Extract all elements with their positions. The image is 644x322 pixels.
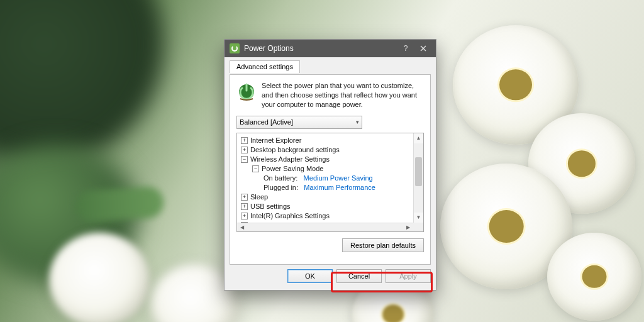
background-flower (49, 233, 150, 322)
tab-panel: Select the power plan that you want to c… (230, 74, 431, 265)
settings-tree: +Internet Explorer +Desktop background s… (236, 133, 424, 232)
background-flower (547, 233, 641, 321)
tab-advanced-settings[interactable]: Advanced settings (230, 60, 300, 73)
scrollbar-thumb[interactable] (415, 157, 422, 186)
tree-item[interactable]: Internet Explorer (250, 136, 301, 144)
setting-label: On battery: (264, 174, 297, 182)
power-plan-selected: Balanced [Active] (240, 118, 293, 126)
titlebar[interactable]: Power Options ? (225, 40, 436, 57)
expand-icon[interactable]: + (241, 137, 248, 144)
scroll-up-icon[interactable]: ▲ (414, 133, 423, 143)
power-options-icon (230, 43, 240, 53)
scroll-right-icon[interactable]: ▶ (403, 223, 413, 231)
close-button[interactable] (414, 40, 432, 57)
intro-row: Select the power plan that you want to c… (236, 81, 424, 109)
tabstrip: Advanced settings (225, 57, 436, 72)
on-battery-value[interactable]: Medium Power Saving (304, 174, 373, 182)
expand-icon[interactable]: + (241, 213, 248, 219)
restore-plan-defaults-button[interactable]: Restore plan defaults (342, 238, 424, 252)
ok-button[interactable]: OK (287, 269, 333, 283)
dialog-button-row: OK Cancel Apply (230, 267, 431, 285)
expand-icon[interactable]: + (241, 203, 248, 210)
tree-item[interactable]: Sleep (250, 193, 268, 201)
help-button[interactable]: ? (397, 40, 414, 57)
setting-label: Plugged in: (264, 184, 298, 191)
cancel-button[interactable]: Cancel (336, 269, 382, 283)
power-plan-select[interactable]: Balanced [Active] ▾ (236, 116, 362, 129)
tree-item[interactable]: Desktop background settings (250, 146, 340, 153)
scroll-left-icon[interactable]: ◀ (237, 223, 247, 231)
collapse-icon[interactable]: − (252, 165, 259, 172)
chevron-down-icon: ▾ (356, 119, 359, 125)
close-icon (420, 45, 426, 52)
scrollbar-corner (413, 223, 423, 231)
background-blur (0, 0, 164, 164)
plugged-in-value[interactable]: Maximum Performance (304, 184, 375, 191)
tree-item[interactable]: Intel(R) Graphics Settings (250, 212, 330, 219)
horizontal-scrollbar[interactable]: ◀ ▶ (237, 223, 413, 231)
background-leaf (74, 186, 164, 223)
expand-icon[interactable]: + (241, 147, 248, 153)
dialog-title: Power Options (244, 44, 294, 53)
power-plan-icon (236, 81, 257, 101)
vertical-scrollbar[interactable]: ▲ ▼ (413, 133, 423, 223)
apply-button: Apply (386, 269, 431, 283)
scroll-down-icon[interactable]: ▼ (414, 213, 423, 223)
tree-item[interactable]: USB settings (250, 203, 291, 210)
dialog-body: Advanced settings Select the power plan … (225, 57, 436, 290)
collapse-icon[interactable]: − (241, 156, 248, 163)
tree-item[interactable]: Wireless Adapter Settings (250, 155, 330, 163)
expand-icon[interactable]: + (241, 194, 248, 201)
tree-item[interactable]: Power Saving Mode (262, 165, 323, 172)
intro-text: Select the power plan that you want to c… (262, 81, 424, 109)
power-options-dialog: Power Options ? Advanced settings Sele (224, 39, 436, 291)
